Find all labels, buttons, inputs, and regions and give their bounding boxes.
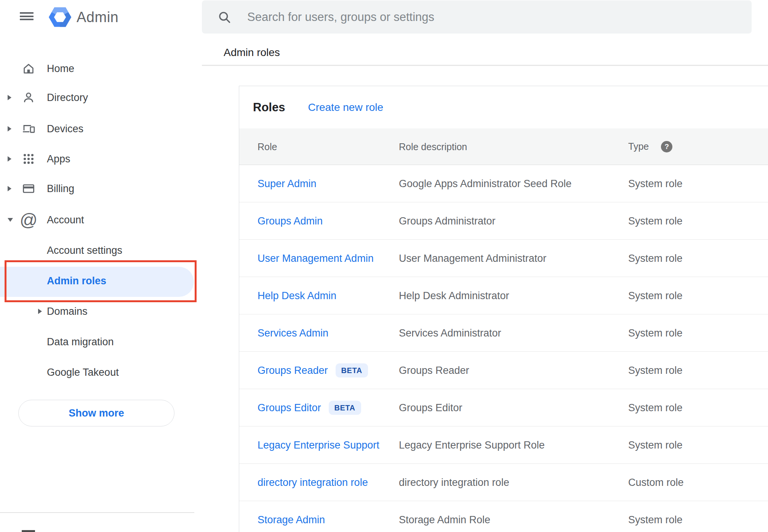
role-link[interactable]: Groups Reader	[258, 364, 328, 376]
column-header-description: Role description	[399, 141, 467, 152]
role-type: Custom role	[628, 476, 684, 488]
role-description: Services Administrator	[399, 327, 501, 339]
chevron-down-icon[interactable]	[8, 218, 13, 222]
hamburger-menu-icon[interactable]	[20, 12, 34, 20]
sidebar-item-label: Directory	[47, 92, 88, 104]
sidebar-item-account-settings[interactable]: Account settings	[0, 235, 196, 266]
chevron-right-icon[interactable]	[38, 309, 42, 314]
chevron-right-icon[interactable]	[8, 126, 11, 131]
chevron-right-icon[interactable]	[8, 95, 11, 100]
sidebar-item-directory[interactable]: Directory	[0, 82, 196, 113]
table-row[interactable]: Services Admin Services Administrator Sy…	[239, 314, 768, 352]
sidebar-item-label: Google Takeout	[47, 367, 119, 378]
role-description: Google Apps Administrator Seed Role	[399, 178, 571, 189]
search-icon	[218, 10, 231, 24]
beta-badge: BETA	[336, 363, 368, 377]
role-type: System role	[628, 215, 683, 227]
table-row[interactable]: Legacy Enterprise Support Legacy Enterpr…	[239, 426, 768, 464]
hamburger-bar	[20, 16, 34, 17]
apps-grid-icon	[21, 150, 36, 168]
role-type: System role	[628, 514, 683, 526]
help-glyph: ?	[664, 143, 669, 151]
role-type: System role	[628, 327, 683, 339]
table-row[interactable]: User Management Admin User Management Ad…	[239, 240, 768, 277]
partial-bottom-icon	[22, 530, 35, 532]
breadcrumb: Admin roles	[224, 46, 280, 59]
sidebar-item-label: Domains	[47, 306, 88, 317]
role-link[interactable]: Services Admin	[258, 327, 328, 339]
role-description: directory integration role	[399, 476, 509, 488]
role-type: System role	[628, 252, 683, 264]
table-row[interactable]: Groups Admin Groups Administrator System…	[239, 202, 768, 240]
sidebar-item-devices[interactable]: Devices	[0, 114, 196, 144]
chevron-right-icon[interactable]	[8, 156, 11, 162]
main-content: Admin roles Roles Create new role Role R…	[202, 0, 768, 532]
roles-card: Roles Create new role Role Role descript…	[239, 86, 768, 532]
role-link[interactable]: User Management Admin	[258, 252, 374, 264]
table-row[interactable]: Help Desk Admin Help Desk Administrator …	[239, 277, 768, 314]
roles-table-header: Role Role description Type ?	[239, 128, 768, 165]
sidebar-item-label: Billing	[47, 183, 74, 195]
show-more-label: Show more	[69, 407, 124, 419]
admin-logo[interactable]: Admin	[49, 6, 118, 28]
home-icon	[21, 59, 36, 78]
role-description: Groups Editor	[399, 402, 462, 413]
role-type: System role	[628, 439, 683, 451]
app-title: Admin	[77, 9, 118, 26]
role-link[interactable]: Super Admin	[258, 178, 317, 189]
role-link[interactable]: Legacy Enterprise Support	[258, 439, 379, 451]
role-link[interactable]: Storage Admin	[258, 514, 325, 526]
header-divider	[202, 65, 768, 66]
role-description: Groups Administrator	[399, 215, 496, 227]
role-description: Storage Admin Role	[399, 514, 490, 526]
table-row[interactable]: Groups Editor BETA Groups Editor System …	[239, 389, 768, 426]
role-description: User Management Administrator	[399, 252, 546, 264]
sidebar-item-label: Apps	[47, 153, 70, 165]
role-link[interactable]: Groups Admin	[258, 215, 323, 227]
sidebar-item-google-takeout[interactable]: Google Takeout	[0, 357, 196, 388]
sidebar-item-label: Admin roles	[47, 275, 106, 287]
hamburger-bar	[20, 12, 34, 14]
credit-card-icon	[21, 179, 36, 198]
role-description: Groups Reader	[399, 364, 469, 376]
show-more-button[interactable]: Show more	[18, 400, 174, 426]
sidebar: Admin Home Directory	[0, 0, 202, 532]
sidebar-item-home[interactable]: Home	[0, 53, 196, 84]
role-type: System role	[628, 402, 683, 413]
role-type: System role	[628, 178, 683, 189]
person-icon	[21, 88, 36, 107]
role-description: Legacy Enterprise Support Role	[399, 439, 545, 451]
help-icon[interactable]: ?	[661, 141, 672, 152]
admin-console-page: { "app": { "name": "Admin" }, "sidebar":…	[0, 0, 768, 532]
sidebar-item-domains[interactable]: Domains	[0, 296, 196, 327]
sidebar-item-label: Devices	[47, 123, 83, 135]
card-title: Roles	[253, 101, 285, 114]
role-type: System role	[628, 364, 683, 376]
role-type: System role	[628, 290, 683, 301]
create-new-role-link[interactable]: Create new role	[308, 101, 383, 114]
sidebar-item-label: Account settings	[47, 245, 122, 256]
sidebar-divider	[0, 512, 194, 513]
at-glyph: @	[20, 211, 38, 229]
roles-card-header: Roles Create new role	[239, 86, 768, 128]
role-link[interactable]: Groups Editor	[258, 402, 321, 413]
column-header-type: Type	[628, 141, 649, 152]
sidebar-item-admin-roles[interactable]: Admin roles	[0, 266, 196, 296]
table-row[interactable]: directory integration role directory int…	[239, 464, 768, 501]
search-input[interactable]	[247, 10, 752, 24]
table-row[interactable]: Super Admin Google Apps Administrator Se…	[239, 165, 768, 202]
role-link[interactable]: Help Desk Admin	[258, 290, 336, 301]
sidebar-item-apps[interactable]: Apps	[0, 144, 196, 174]
table-row[interactable]: Groups Reader BETA Groups Reader System …	[239, 352, 768, 389]
chevron-right-icon[interactable]	[8, 186, 11, 191]
sidebar-item-billing[interactable]: Billing	[0, 173, 196, 204]
admin-hexagon-logo-icon	[49, 7, 71, 27]
sidebar-item-label: Account	[47, 214, 84, 226]
column-header-role: Role	[258, 141, 277, 152]
table-row[interactable]: Storage Admin Storage Admin Role System …	[239, 501, 768, 532]
sidebar-item-account[interactable]: @ Account	[0, 205, 196, 235]
sidebar-item-data-migration[interactable]: Data migration	[0, 327, 196, 357]
search-bar[interactable]	[202, 0, 752, 34]
role-link[interactable]: directory integration role	[258, 476, 368, 488]
devices-icon	[21, 120, 36, 138]
